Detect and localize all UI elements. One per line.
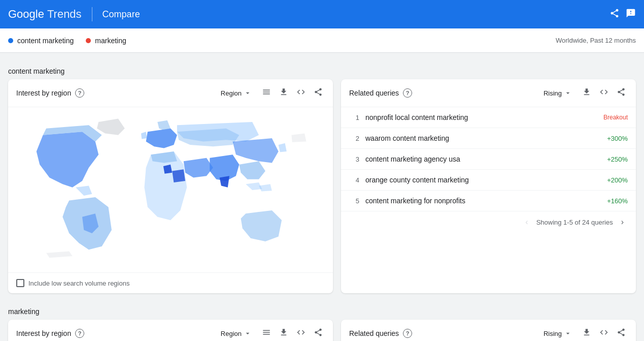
google-logo-text: Google [8,8,44,21]
interest-region-header-1: Interest by region ? Region [8,79,333,107]
query-row-1-1: 1 nonprofit local content marketing Brea… [341,107,636,128]
query-row-1-4: 4 orange county content marketing +200% [341,170,636,191]
related-queries-controls-2: Rising [539,326,628,341]
worldwide-text: Worldwide, Past 12 months [556,37,636,44]
interest-region-controls-1: Region [217,85,325,101]
header-divider [92,7,92,21]
term2-badge: marketing [86,37,126,45]
cards-row-2: Interest by region ? Region [8,320,636,341]
related-queries-card-1: Related queries ? Rising [341,79,636,293]
embed-icon-rq-1[interactable] [597,85,611,101]
queries-list-1: 1 nonprofit local content marketing Brea… [341,107,636,211]
pagination-1: ‹ Showing 1-5 of 24 queries › [341,211,636,233]
interest-region-header-2: Interest by region ? Region [8,320,333,341]
interest-region-title-1: Interest by region [16,89,71,97]
section1-label: content marketing [8,61,636,79]
logo: Google Trends Compare [8,7,140,21]
interest-region-title-2: Interest by region [16,329,71,337]
embed-icon-1[interactable] [294,85,308,101]
related-queries-help-2[interactable]: ? [403,329,412,338]
download-icon-1[interactable] [277,85,290,101]
related-queries-controls-1: Rising [539,85,628,101]
related-queries-header-1: Related queries ? Rising [341,79,636,107]
pagination-text-1: Showing 1-5 of 24 queries [536,219,613,226]
trends-logo-text: Trends [47,8,82,21]
share-icon-rq-1[interactable] [615,85,628,101]
embed-icon-rq-2[interactable] [597,326,611,341]
compare-label: Compare [103,9,140,20]
embed-icon-2[interactable] [294,326,308,341]
section2: marketing Interest by region ? Region [8,301,636,341]
next-page-btn-1[interactable]: › [617,215,628,229]
section2-label: marketing [8,301,636,320]
app-header: Google Trends Compare [0,0,644,28]
interest-region-card-1: Interest by region ? Region [8,79,333,293]
related-queries-header-2: Related queries ? Rising [341,320,636,341]
download-icon-2[interactable] [277,326,290,341]
term1-label: content marketing [17,37,74,45]
download-icon-rq-2[interactable] [580,326,593,341]
term2-dot [86,38,91,43]
query-row-1-5: 5 content marketing for nonprofits +160% [341,191,636,211]
interest-region-controls-2: Region [217,326,325,341]
feedback-icon[interactable] [626,8,636,21]
world-map-1 [23,115,318,264]
rising-dropdown-1[interactable]: Rising [539,87,576,99]
list-view-icon-1[interactable] [260,85,273,101]
low-volume-label-1: Include low search volume regions [28,280,129,287]
search-bar: content marketing marketing Worldwide, P… [0,28,644,53]
cards-row-1: Interest by region ? Region [8,79,636,293]
checkbox-area-1: Include low search volume regions [8,272,333,293]
share-icon-2[interactable] [312,326,325,341]
interest-region-card-2: Interest by region ? Region [8,320,333,341]
region-dropdown-1[interactable]: Region [217,87,256,99]
related-queries-card-2: Related queries ? Rising [341,320,636,341]
interest-region-help-2[interactable]: ? [75,329,84,338]
related-queries-title-1: Related queries [349,89,399,97]
map-area-1 [8,107,333,272]
list-view-icon-2[interactable] [260,326,273,341]
region-dropdown-2[interactable]: Region [217,327,256,339]
term1-dot [8,38,13,43]
main-content: content marketing Interest by region ? R… [0,53,644,341]
rising-dropdown-2[interactable]: Rising [539,327,576,339]
download-icon-rq-1[interactable] [580,85,593,101]
term1-badge: content marketing [8,37,74,45]
related-queries-help-1[interactable]: ? [403,88,412,98]
interest-region-help-1[interactable]: ? [75,88,84,98]
query-row-1-3: 3 content marketing agency usa +250% [341,149,636,170]
term2-label: marketing [95,37,126,45]
share-icon-rq-2[interactable] [615,326,628,341]
low-volume-checkbox-1[interactable] [16,279,24,287]
prev-page-btn-1[interactable]: ‹ [521,215,532,229]
related-queries-title-2: Related queries [349,329,399,337]
share-icon-1[interactable] [312,85,325,101]
share-icon[interactable] [609,8,620,21]
query-row-1-2: 2 waarom content marketing +300% [341,128,636,149]
